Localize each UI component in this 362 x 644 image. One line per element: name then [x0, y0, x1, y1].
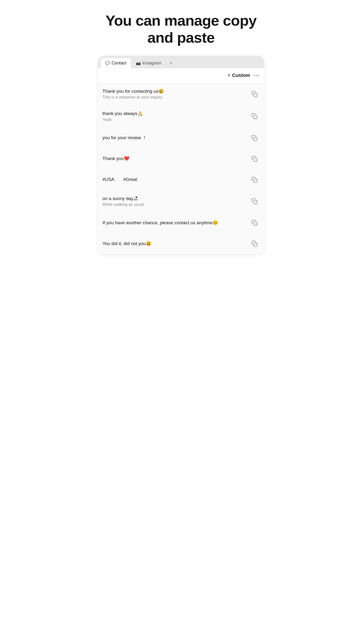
item-main-text: #USA #Great — [102, 176, 246, 183]
copy-button[interactable] — [250, 238, 260, 249]
copy-icon — [251, 198, 258, 204]
copy-button[interactable] — [250, 196, 260, 206]
copy-icon — [251, 156, 258, 162]
tab-contact[interactable]: 💬 Contact — [101, 58, 131, 68]
item-main-text: You did it, did not you😃 — [102, 240, 246, 247]
copy-icon — [251, 176, 258, 183]
item-sub-text: While walking as usual... — [102, 202, 246, 207]
copy-button[interactable] — [250, 154, 260, 164]
item-text-block: You did it, did not you😃 — [102, 240, 246, 247]
item-main-text: on a sunny day🏖 — [102, 196, 246, 202]
item-text-block: thank you always🙏Yeah — [102, 110, 246, 122]
list-item: on a sunny day🏖While walking as usual... — [98, 190, 264, 213]
copy-button[interactable] — [250, 111, 260, 121]
item-main-text: Thank you for contacting us😃 — [102, 88, 246, 95]
tab-instagram[interactable]: 📷 Instagram — [132, 58, 166, 68]
page-title: You can manage copy and paste — [102, 12, 260, 46]
instagram-tab-icon: 📷 — [136, 61, 141, 66]
item-sub-text: This is a response to your inquiry. — [102, 95, 246, 100]
svg-rect-2 — [254, 137, 257, 141]
item-text-block: on a sunny day🏖While walking as usual... — [102, 196, 246, 207]
copy-icon — [251, 220, 258, 226]
contact-tab-icon: 💬 — [105, 61, 110, 66]
copy-icon — [251, 91, 258, 97]
more-button[interactable]: ··· — [253, 72, 260, 79]
svg-rect-6 — [254, 222, 257, 226]
copy-button[interactable] — [250, 218, 260, 228]
svg-rect-5 — [254, 200, 257, 204]
list-item: If you have another chance, please conta… — [98, 212, 264, 233]
svg-rect-7 — [254, 243, 257, 246]
item-sub-text: Yeah — [102, 118, 246, 122]
copy-button[interactable] — [250, 133, 260, 143]
copy-icon — [251, 135, 258, 141]
list-item: You did it, did not you😃 — [98, 233, 264, 254]
copy-icon — [251, 113, 258, 119]
item-main-text: Thank you❤️ — [102, 156, 246, 162]
copy-button[interactable] — [250, 89, 260, 99]
item-main-text: thank you always🙏 — [102, 110, 246, 117]
svg-rect-0 — [254, 93, 257, 96]
copy-button[interactable] — [250, 175, 260, 185]
page-header: You can manage copy and paste — [95, 0, 267, 56]
contact-tab-label: Contact — [112, 60, 126, 66]
item-text-block: If you have another chance, please conta… — [102, 220, 246, 226]
item-text-block: Thank you for contacting us😃This is a re… — [102, 88, 246, 100]
item-main-text: you for your review ！ — [102, 135, 246, 141]
svg-rect-4 — [254, 179, 257, 182]
list-container: Thank you for contacting us😃This is a re… — [98, 83, 264, 254]
filter-label: Custom — [232, 72, 250, 78]
filter-icon: ≡ — [228, 73, 230, 78]
add-tab-button[interactable]: + — [167, 58, 175, 68]
list-item: #USA #Great — [98, 170, 264, 190]
main-card: 💬 Contact 📷 Instagram + ≡ Custom ··· Tha… — [98, 56, 264, 254]
list-item: Thank you for contacting us😃This is a re… — [98, 83, 264, 106]
item-text-block: Thank you❤️ — [102, 156, 246, 162]
svg-rect-1 — [254, 116, 257, 119]
content-area: ≡ Custom ··· Thank you for contacting us… — [98, 68, 264, 254]
item-text-block: #USA #Great — [102, 176, 246, 183]
list-item: Thank you❤️ — [98, 148, 264, 170]
copy-icon — [251, 240, 258, 247]
item-main-text: If you have another chance, please conta… — [102, 220, 246, 226]
svg-rect-3 — [254, 158, 257, 162]
list-item: thank you always🙏Yeah — [98, 105, 264, 128]
filter-button[interactable]: ≡ Custom — [228, 72, 250, 78]
list-item: you for your review ！ — [98, 128, 264, 148]
instagram-tab-label: Instagram — [142, 60, 161, 66]
toolbar: ≡ Custom ··· — [98, 68, 264, 83]
tabs-bar: 💬 Contact 📷 Instagram + — [98, 56, 264, 68]
item-text-block: you for your review ！ — [102, 135, 246, 141]
